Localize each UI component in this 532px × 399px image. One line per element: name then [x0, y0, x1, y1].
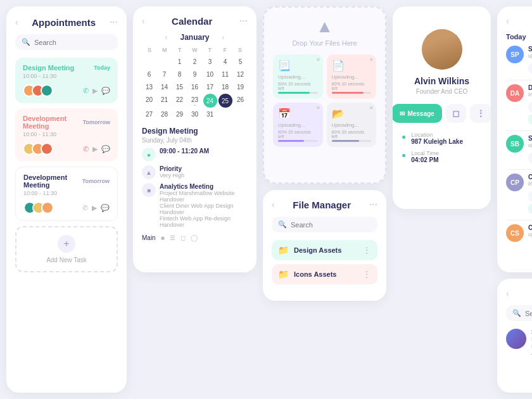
cal-cell[interactable]: 14	[157, 81, 172, 93]
cal-cell[interactable]: 19	[233, 81, 248, 93]
activity-file-christian: 📃 Icons File	[528, 191, 532, 201]
cal-cell[interactable]: 26	[233, 94, 248, 108]
file-menu-icons[interactable]: ⋮	[362, 269, 371, 279]
cal-cell[interactable]: 11	[218, 68, 232, 80]
calendar-grid: S M T W T F S 1 2 3 4 5 6 7 8 9 10	[142, 47, 248, 120]
cal-cell[interactable]: 12	[233, 68, 248, 80]
filemanager-back-arrow[interactable]: ‹	[272, 200, 275, 210]
video-icon[interactable]: ▶	[92, 87, 98, 95]
cal-cell[interactable]: 29	[172, 108, 187, 120]
cal-cell[interactable]: 17	[203, 81, 217, 93]
avatar-christian: CP	[506, 174, 524, 191]
cal-cell[interactable]: 27	[142, 108, 156, 120]
activity-desc-daniel: invited you to a design channel	[528, 91, 532, 98]
cal-cell[interactable]: 13	[142, 81, 156, 93]
appt-time-dev2: 10:00 - 11:30	[23, 190, 110, 196]
video-icon-3[interactable]: ▶	[92, 204, 97, 212]
inbox-search-input[interactable]	[525, 310, 532, 317]
appointments-search-box[interactable]: 🔍	[15, 34, 118, 50]
filemanager-search-box[interactable]: 🔍	[272, 217, 377, 232]
profile-role: Founder And CEO	[416, 88, 468, 95]
cal-cell[interactable]: 1	[172, 56, 187, 68]
cal-cell[interactable]: 20	[142, 94, 156, 108]
avatar-sam: SP	[506, 46, 524, 63]
accept-button-christian[interactable]: Accept	[528, 204, 532, 213]
filemanager-search-input[interactable]	[291, 221, 371, 229]
inbox-back-arrow[interactable]: ‹	[506, 288, 509, 298]
cal-day-t1: T	[172, 47, 187, 53]
appointment-card-design: Design Meeting Today 10:00 - 11:30 ✆ ▶ 💬	[15, 58, 118, 103]
meeting-icon: ■	[142, 183, 156, 197]
phone-icon-3[interactable]: ✆	[82, 204, 88, 212]
cal-cell[interactable]: 30	[187, 108, 202, 120]
activity-content-daniel: Daniel Abbott 07/31/2020 invited you to …	[528, 84, 532, 124]
upload-label-2: Uploading...	[332, 74, 372, 80]
cal-cell[interactable]: 16	[187, 81, 202, 93]
activity-back-arrow[interactable]: ‹	[506, 16, 509, 26]
cal-cell[interactable]: 8	[172, 68, 187, 80]
appointments-panel: ‹ Appointments ··· 🔍 Design Meeting Toda…	[6, 6, 127, 393]
message-button[interactable]: ✉ Message	[393, 104, 442, 123]
cal-cell[interactable]: 28	[157, 108, 172, 120]
cal-cell[interactable]: 10	[203, 68, 217, 80]
appointments-title: Appointments	[32, 17, 96, 28]
cal-cell[interactable]: 21	[157, 94, 172, 108]
cal-cell[interactable]: 3	[203, 56, 217, 68]
appt-badge-dev2: Tomorrow	[82, 178, 110, 184]
search-icon: 🔍	[22, 38, 30, 46]
phone-icon-2[interactable]: ✆	[83, 145, 89, 153]
cal-cell[interactable]	[157, 56, 172, 68]
cal-cell[interactable]: 22	[172, 94, 187, 108]
cal-cell[interactable]: 4	[218, 56, 232, 68]
upload-close-2[interactable]: ✕	[369, 57, 374, 63]
cal-tb-item-5[interactable]: ◯	[191, 234, 198, 241]
upload-close-4[interactable]: ✕	[369, 105, 374, 111]
calendar-back-arrow[interactable]: ‹	[142, 16, 145, 26]
inbox-search-box[interactable]: 🔍	[506, 305, 532, 321]
cal-cell[interactable]	[142, 56, 156, 68]
appointments-search-input[interactable]	[34, 39, 111, 46]
activity-content-sara: Sara Burton 01/24/2020 uploaded a new fi…	[528, 135, 532, 163]
cal-cell[interactable]: 9	[187, 68, 202, 80]
upload-close-1[interactable]: ✕	[316, 57, 320, 63]
cal-tb-item-4[interactable]: ◻	[180, 234, 186, 241]
add-task-button[interactable]: +	[58, 235, 75, 253]
phone-icon[interactable]: ✆	[83, 87, 89, 95]
cal-cell-today[interactable]: 24	[203, 94, 217, 108]
inbox-panel: ‹ Inbox ··· 🔍 Scott Sandoval 5:45 PM Des…	[497, 279, 532, 393]
chat-icon-3[interactable]: 💬	[101, 204, 110, 212]
appt-time-dev1: 10:00 - 11:30	[23, 131, 110, 137]
cal-prev-month[interactable]: ‹	[165, 33, 167, 42]
video-icon-2[interactable]: ▶	[92, 145, 98, 153]
cal-tb-item-2[interactable]: ■	[161, 234, 165, 241]
appointment-card-dev1: Development Meeting Tomorrow 10:00 - 11:…	[15, 108, 118, 162]
cal-cell[interactable]: 2	[187, 56, 202, 68]
profile-more-button[interactable]: ⋮	[470, 104, 491, 123]
file-menu-design[interactable]: ⋮	[362, 245, 371, 255]
activity-name-christian: Christian Page	[528, 174, 532, 180]
chat-icon-2[interactable]: 💬	[101, 145, 110, 153]
calendar-menu[interactable]: ···	[239, 15, 248, 27]
chat-icon[interactable]: 💬	[101, 87, 110, 95]
profile-copy-button[interactable]: ◻	[446, 104, 466, 123]
cal-tb-main[interactable]: Main	[142, 234, 156, 241]
cal-cell[interactable]: 15	[172, 81, 187, 93]
location-value: 987 Kuleigh Lake	[411, 138, 463, 145]
cal-cell[interactable]: 31	[203, 108, 217, 120]
cal-tb-item-3[interactable]: ☰	[170, 234, 175, 241]
cal-cell[interactable]: 18	[218, 81, 232, 93]
appointments-menu[interactable]: ···	[110, 16, 118, 28]
cal-cell[interactable]: 5	[233, 56, 248, 68]
cal-cell-23[interactable]: 23	[187, 94, 202, 108]
upload-close-3[interactable]: ✕	[316, 105, 320, 111]
cal-cell-selected[interactable]: 25	[218, 94, 232, 108]
appointments-back-arrow[interactable]: ‹	[15, 17, 18, 27]
avatar-sara: SB	[506, 135, 524, 153]
activity-desc-sara: uploaded a new file	[528, 142, 532, 148]
cal-cell[interactable]: 6	[142, 68, 156, 80]
cal-cell[interactable]: 7	[157, 68, 172, 80]
cal-next-month[interactable]: ›	[222, 33, 225, 42]
accept-button-daniel[interactable]: Accept	[528, 115, 532, 124]
event-time-row: ● 09:00 - 11:20 AM	[142, 148, 248, 162]
filemanager-menu[interactable]: ···	[369, 199, 377, 210]
